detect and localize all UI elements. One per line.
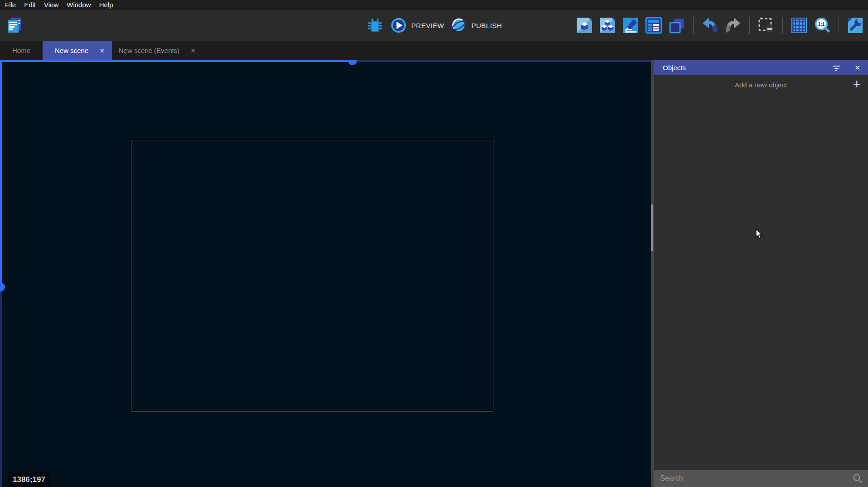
plus-icon[interactable]: + — [853, 77, 861, 91]
grid-icon — [790, 16, 808, 34]
publish-button[interactable]: PUBLISH — [450, 17, 502, 33]
wrench-icon — [846, 16, 864, 34]
game-window-frame — [131, 140, 493, 411]
menu-edit[interactable]: Edit — [20, 0, 40, 10]
zoom-icon-text: 1:1 — [818, 22, 825, 27]
edit-scene-properties-button[interactable] — [575, 16, 593, 34]
project-manager-button[interactable] — [5, 16, 24, 34]
objects-cubes-icon — [598, 16, 617, 34]
add-object-label: Add a new object — [735, 81, 787, 89]
app-window: File Edit View Window Help — [0, 0, 868, 487]
editor-scrollbar-thumb[interactable] — [651, 205, 653, 251]
objects-panel-title: Objects — [663, 64, 686, 72]
edit-properties-button[interactable] — [622, 16, 640, 34]
tab-new-scene-events[interactable]: New scene (Events) ✕ — [112, 41, 203, 60]
debugger-button[interactable] — [366, 16, 384, 34]
undo-icon — [701, 16, 719, 34]
preview-play-icon — [391, 17, 407, 33]
tab-home-label: Home — [12, 47, 30, 54]
close-icon[interactable]: ✕ — [190, 47, 196, 54]
filter-icon[interactable] — [832, 64, 841, 71]
editor-tab-bar: Home New scene ✕ New scene (Events) ✕ — [0, 41, 868, 60]
main-toolbar: PREVIEW PUBLISH — [0, 10, 868, 41]
objects-panel: Objects ✕ Add a new object + — [654, 60, 868, 487]
redo-button[interactable] — [724, 16, 742, 34]
selection-mask-icon — [757, 16, 775, 34]
debugger-bug-icon — [366, 16, 384, 34]
edit-objects-button[interactable] — [598, 16, 617, 34]
setup-grid-button[interactable] — [846, 16, 864, 34]
toolbar-divider — [749, 17, 750, 34]
vertical-scroll-fill — [0, 60, 2, 287]
close-icon[interactable]: ✕ — [854, 64, 860, 72]
horizontal-scroll-thumb[interactable] — [348, 60, 357, 65]
add-object-row[interactable]: Add a new object + — [654, 75, 868, 94]
coordinates-value: 1386;197 — [13, 475, 45, 484]
redo-icon — [724, 16, 742, 34]
tab-new-scene-events-label: New scene (Events) — [119, 47, 179, 54]
search-icon — [853, 473, 863, 483]
grid-button[interactable] — [790, 16, 808, 34]
objects-search-bar — [654, 470, 868, 487]
properties-pencil-icon — [622, 16, 640, 34]
publish-globe-icon — [450, 17, 467, 33]
menu-file[interactable]: File — [1, 0, 20, 10]
toolbar-divider — [839, 17, 839, 34]
cursor-coordinates-readout: 1386;197 — [8, 472, 50, 487]
toolbar-divider — [782, 17, 783, 34]
vertical-scroll-thumb[interactable] — [0, 282, 5, 291]
edit-layers-button[interactable] — [668, 16, 686, 34]
scene-editor-canvas[interactable]: 1386;197 — [0, 60, 651, 487]
tab-new-scene[interactable]: New scene ✕ — [43, 41, 112, 60]
scene-cube-icon — [575, 16, 593, 34]
search-input[interactable] — [654, 470, 853, 487]
deselect-mask-button[interactable] — [757, 16, 775, 34]
objects-panel-header: Objects ✕ — [654, 60, 868, 75]
mouse-cursor — [756, 229, 765, 239]
toolbar-divider — [693, 17, 694, 34]
menu-bar: File Edit View Window Help — [0, 0, 868, 10]
menu-view[interactable]: View — [40, 0, 63, 10]
undo-button[interactable] — [701, 16, 719, 34]
project-manager-icon — [5, 16, 24, 34]
close-icon[interactable]: ✕ — [99, 47, 105, 54]
preview-button[interactable]: PREVIEW — [391, 17, 444, 33]
preview-label: PREVIEW — [411, 22, 444, 29]
zoom-1-1-icon: 1:1 — [813, 16, 831, 34]
menu-window[interactable]: Window — [63, 0, 95, 10]
layers-list-icon — [645, 16, 663, 34]
edit-layers-list-button[interactable] — [645, 16, 663, 34]
zoom-original-button[interactable]: 1:1 — [813, 16, 831, 34]
horizontal-scroll-fill — [0, 60, 352, 62]
tab-new-scene-label: New scene — [55, 47, 88, 54]
objects-list-empty-area[interactable] — [654, 94, 868, 470]
menu-help[interactable]: Help — [95, 0, 117, 10]
layers-stack-icon — [668, 16, 686, 34]
publish-label: PUBLISH — [471, 22, 502, 29]
tab-home[interactable]: Home — [0, 41, 43, 60]
